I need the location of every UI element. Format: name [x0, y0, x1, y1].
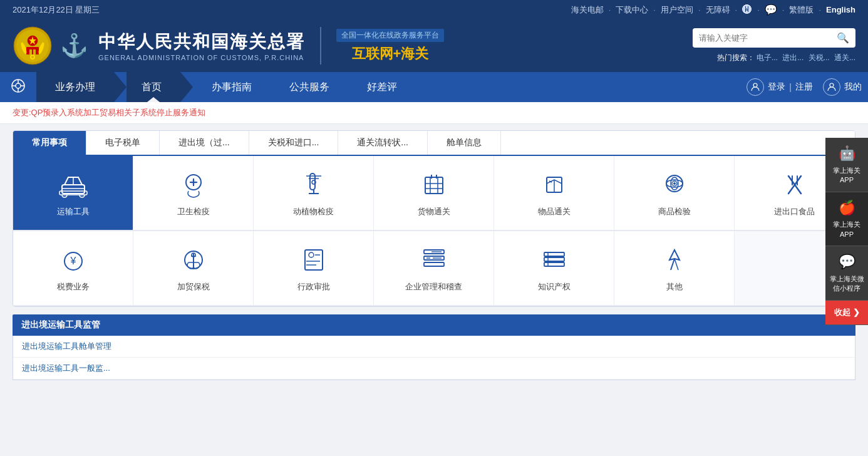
svg-point-26 — [191, 180, 196, 185]
nav-item-guide[interactable]: 办事指南 — [193, 72, 271, 102]
icon-other[interactable]: 其他 — [614, 231, 735, 306]
platform-top-text: 全国一体化在线政务服务平台 — [336, 29, 444, 42]
nav-item-home[interactable]: 首页 — [127, 72, 180, 102]
top-bar: 2021年12月22日 星期三 海关电邮 · 下载中心 · 用户空间 · 无障碍… — [0, 0, 868, 19]
icon-goods[interactable]: 物品通关 — [494, 156, 614, 231]
collapse-icon: ❯ — [853, 307, 860, 318]
platform-badge: 全国一体化在线政务服务平台 互联网+海关 — [336, 29, 444, 63]
animal-plant-label: 动植物检疫 — [293, 206, 334, 217]
right-sidebar: 🤖 掌上海关APP 🍎 掌上海关APP 💬 掌上海关微信小程序 收起 ❯ — [825, 138, 868, 325]
link-email[interactable]: 海关电邮 — [571, 4, 604, 16]
sidebar-collapse-btn[interactable]: 收起 ❯ — [825, 301, 868, 325]
sidebar-android-btn[interactable]: 🤖 掌上海关APP — [825, 138, 868, 192]
sep6: · — [782, 5, 785, 14]
site-subtitle: GENERAL ADMINISTRATION OF CUSTOMS, P.R.C… — [98, 54, 305, 61]
login-link[interactable]: 登录 — [768, 81, 785, 93]
link-traditional[interactable]: 繁體版 — [789, 4, 814, 16]
sub-section-header: 进出境运输工具监管 — [13, 314, 855, 336]
tab-etax[interactable]: 电子税单 — [86, 131, 160, 155]
tab-manifest[interactable]: 舱单信息 — [428, 131, 501, 155]
svg-rect-33 — [425, 177, 443, 194]
hot-search-3[interactable]: 关税... — [809, 53, 830, 62]
top-bar-links: 海关电邮 · 下载中心 · 用户空间 · 无障碍 · 🅦 · 💬 · 繁體版 ·… — [571, 4, 855, 16]
svg-rect-5 — [29, 49, 32, 54]
weibo-icon[interactable]: 🅦 — [742, 4, 752, 16]
tab-border[interactable]: 进出境（过... — [160, 131, 249, 155]
hot-search-1[interactable]: 电子... — [757, 53, 778, 62]
animal-plant-icon — [297, 168, 330, 201]
icon-grid-row2: ¥ 税费业务 — [13, 231, 855, 306]
nav-item-rating[interactable]: 好差评 — [348, 72, 416, 102]
login-icon — [747, 78, 764, 96]
icon-inspection[interactable]: 商品检验 — [614, 156, 735, 231]
nav-item-yewu[interactable]: 业务办理 — [36, 72, 114, 102]
icon-admin[interactable]: 行政审批 — [254, 231, 374, 306]
link-english[interactable]: English — [826, 5, 855, 14]
tabs-container: 常用事项 电子税单 进出境（过... 关税和进口... 通关流转状... 舱单信… — [13, 130, 855, 307]
svg-rect-65 — [424, 262, 444, 266]
apple-icon: 🍎 — [829, 199, 864, 218]
bonded-icon — [177, 244, 210, 276]
nav-right-arrow — [180, 72, 193, 102]
collapse-label: 收起 — [834, 307, 850, 318]
icon-enterprise[interactable]: 企业管理和稽查 — [374, 231, 494, 306]
customs-icon: ⚓ — [60, 33, 88, 59]
icon-ip[interactable]: 知识产权 — [494, 231, 614, 306]
hot-search-2[interactable]: 进出... — [782, 53, 803, 62]
sep2: · — [653, 5, 656, 14]
header-left: ⚓ 中华人民共和国海关总署 GENERAL ADMINISTRATION OF … — [13, 26, 444, 66]
icon-transport[interactable]: 运输工具 — [13, 156, 133, 231]
announcement-link[interactable]: 变更:QP预录入系统加工贸易相关子系统停止服务通知 — [13, 108, 205, 117]
nav-item-public[interactable]: 公共服务 — [271, 72, 348, 102]
tab-common[interactable]: 常用事项 — [13, 131, 86, 155]
sep5: · — [757, 5, 760, 14]
nav-left-arrow — [114, 72, 127, 102]
food-icon — [778, 168, 811, 201]
icon-health[interactable]: 卫生检疫 — [133, 156, 254, 231]
hot-search-4[interactable]: 通关... — [834, 53, 855, 62]
wechat-mini-icon: 💬 — [829, 252, 864, 272]
android-label: 掌上海关APP — [833, 167, 860, 184]
tax-icon: ¥ — [57, 244, 90, 276]
sidebar-wechat-btn[interactable]: 💬 掌上海关微信小程序 — [825, 246, 868, 301]
svg-rect-6 — [33, 49, 36, 54]
sub-link-2[interactable]: 进出境运输工具一般监... — [13, 358, 855, 380]
inspection-icon — [658, 168, 691, 201]
transport-label: 运输工具 — [57, 206, 90, 217]
apple-label: 掌上海关APP — [833, 220, 860, 237]
icon-bonded[interactable]: 加贸保税 — [133, 231, 254, 306]
logo-divider — [320, 27, 321, 65]
sidebar-apple-btn[interactable]: 🍎 掌上海关APP — [825, 192, 868, 247]
my-icon — [823, 78, 840, 96]
ip-label: 知识产权 — [538, 281, 571, 293]
enterprise-label: 企业管理和稽查 — [405, 281, 462, 293]
icon-cargo[interactable]: 货物通关 — [374, 156, 494, 231]
link-userspace[interactable]: 用户空间 — [661, 4, 693, 16]
icon-animal-plant[interactable]: 动植物检疫 — [254, 156, 374, 231]
tab-clearance[interactable]: 通关流转状... — [338, 131, 428, 155]
site-title: 中华人民共和国海关总署 — [98, 30, 305, 54]
svg-rect-58 — [305, 250, 323, 270]
svg-rect-72 — [544, 262, 564, 266]
search-button[interactable]: 🔍 — [830, 28, 855, 48]
my-link[interactable]: 我的 — [844, 81, 862, 93]
svg-line-74 — [671, 259, 674, 270]
admin-label: 行政审批 — [297, 281, 330, 293]
wechat-icon[interactable]: 💬 — [765, 4, 777, 16]
cargo-icon — [418, 168, 450, 201]
wechat-label: 掌上海关微信小程序 — [830, 275, 864, 292]
search-input[interactable] — [693, 29, 830, 46]
header: ⚓ 中华人民共和国海关总署 GENERAL ADMINISTRATION OF … — [0, 19, 868, 72]
link-accessible[interactable]: 无障碍 — [706, 4, 730, 16]
nav-menu-icon[interactable] — [6, 74, 30, 101]
tax-label: 税费业务 — [57, 281, 90, 293]
sub-link-1[interactable]: 进出境运输工具舱单管理 — [13, 336, 855, 358]
android-icon: 🤖 — [829, 144, 864, 163]
transport-icon — [57, 168, 90, 201]
ip-icon — [538, 244, 571, 276]
link-download[interactable]: 下载中心 — [616, 4, 648, 16]
search-box: 🔍 — [693, 28, 855, 48]
icon-tax[interactable]: ¥ 税费业务 — [13, 231, 133, 306]
register-link[interactable]: 注册 — [795, 81, 813, 93]
tab-tariff[interactable]: 关税和进口... — [249, 131, 339, 155]
